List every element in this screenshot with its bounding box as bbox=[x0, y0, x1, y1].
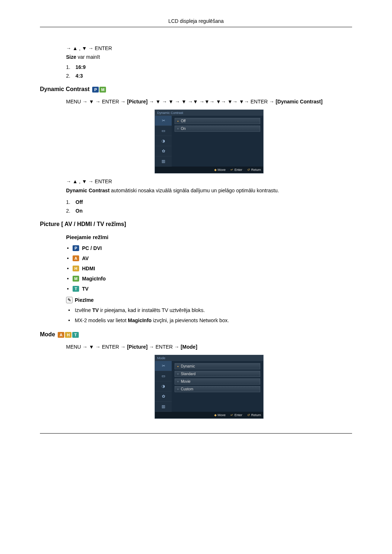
badge-a-icon: A bbox=[73, 255, 79, 261]
badge-h-icon: H bbox=[65, 332, 72, 338]
badge-t-icon: T bbox=[72, 332, 79, 338]
section-heading-picture: Picture [ AV / HDMI / TV režīms] bbox=[40, 221, 352, 227]
list-item: •MMagicInfo bbox=[66, 276, 352, 282]
list-item: •AAV bbox=[66, 255, 352, 261]
osd-tab-icon: ✂ bbox=[155, 116, 172, 126]
list-item: 1.Off bbox=[66, 199, 352, 205]
osd-panel-mode: Mode ✂ ▭ ◑ ✿ ▥ Dynamic Standard Movie Cu… bbox=[155, 355, 264, 419]
list-item: 1.16:9 bbox=[66, 64, 352, 70]
osd-move-label: Move bbox=[214, 168, 226, 172]
menu-path-mode: MENU → ▼ → ENTER → [Picture] → ENTER → [… bbox=[66, 342, 352, 352]
osd-options: Dynamic Standard Movie Custom bbox=[172, 361, 263, 412]
note-item: MX-2 modelis var lietot MagicInfo izvçln… bbox=[66, 317, 352, 324]
list-item: •PPC / DVI bbox=[66, 245, 352, 251]
osd-footer: Move Enter Return bbox=[155, 167, 263, 173]
badge-t-icon: T bbox=[73, 286, 79, 292]
note-item: Izvēlne TV ir pieejama, kad ir instalēts… bbox=[66, 307, 352, 314]
osd-option: Movie bbox=[175, 378, 260, 385]
osd-tab-icon: ✿ bbox=[155, 391, 172, 402]
size-line: Size var mainīt bbox=[66, 54, 352, 60]
size-suffix: var mainīt bbox=[76, 54, 100, 60]
size-options-list: 1.16:9 2.4:3 bbox=[66, 64, 352, 79]
mode-list: •PPC / DVI •AAV •HHDMI •MMagicInfo •TTV bbox=[66, 245, 352, 292]
subheading-modes: Pieejamie režīmi bbox=[66, 234, 352, 240]
nav-sequence: → ▲ , ▼ → ENTER bbox=[66, 45, 352, 51]
osd-enter-label: Enter bbox=[230, 413, 242, 417]
osd-tab-icon: ✿ bbox=[155, 146, 172, 156]
osd-footer: Move Enter Return bbox=[155, 412, 263, 418]
osd-tab-icon: ◑ bbox=[155, 381, 172, 391]
osd-option: Custom bbox=[175, 386, 260, 392]
osd-enter-label: Enter bbox=[230, 168, 242, 172]
footer-rule bbox=[40, 433, 352, 434]
menu-path-dynamic: MENU → ▼ → ENTER → [Picture] → ▼ → ▼ → ▼… bbox=[66, 97, 352, 107]
osd-icon-column: ✂ ▭ ◑ ✿ ▥ bbox=[155, 361, 172, 412]
osd-icon-column: ✂ ▭ ◑ ✿ ▥ bbox=[155, 116, 172, 167]
list-item: •TTV bbox=[66, 286, 352, 292]
badge-p-icon: P bbox=[92, 87, 99, 93]
dynamic-options-list: 1.Off 2.On bbox=[66, 199, 352, 214]
note-heading: ✎ Piezīme bbox=[66, 297, 352, 303]
osd-option: Dynamic bbox=[175, 363, 260, 369]
osd-tab-icon: ▥ bbox=[155, 156, 172, 167]
osd-move-label: Move bbox=[214, 413, 226, 417]
osd-panel-dynamic: Dynamic Contrast ✂ ▭ ◑ ✿ ▥ Off On Move E… bbox=[155, 110, 264, 173]
osd-option: On bbox=[175, 126, 260, 132]
section-heading-mode: Mode A H T bbox=[40, 331, 352, 338]
badge-row: A H T bbox=[58, 332, 79, 338]
list-item: •HHDMI bbox=[66, 266, 352, 271]
osd-tab-icon: ✂ bbox=[155, 361, 172, 371]
page-header: LCD displeja regulēšana bbox=[40, 18, 352, 27]
osd-title: Dynamic Contrast bbox=[155, 110, 263, 116]
osd-tab-icon: ▭ bbox=[155, 126, 172, 136]
osd-return-label: Return bbox=[247, 413, 261, 417]
badge-p-icon: P bbox=[73, 245, 79, 251]
badge-m-icon: M bbox=[73, 276, 79, 282]
osd-option: Off bbox=[175, 118, 260, 124]
badge-row: P M bbox=[92, 87, 106, 93]
osd-tab-icon: ▭ bbox=[155, 371, 172, 381]
section-heading-dynamic: Dynamic Contrast P M bbox=[40, 86, 352, 93]
badge-h-icon: H bbox=[73, 266, 79, 271]
note-icon: ✎ bbox=[66, 297, 73, 303]
list-item: 2.On bbox=[66, 208, 352, 214]
note-list: Izvēlne TV ir pieejama, kad ir instalēts… bbox=[66, 307, 352, 324]
osd-title: Mode bbox=[155, 355, 263, 361]
osd-option: Standard bbox=[175, 371, 260, 377]
list-item: 2.4:3 bbox=[66, 73, 352, 79]
osd-tab-icon: ▥ bbox=[155, 402, 172, 412]
dynamic-description: Dynamic Contrast automātiski nosaka vizu… bbox=[66, 187, 352, 194]
osd-tab-icon: ◑ bbox=[155, 136, 172, 146]
size-prefix: Size bbox=[66, 54, 76, 60]
badge-a-icon: A bbox=[58, 332, 64, 338]
badge-m-icon: M bbox=[99, 87, 106, 93]
nav-sequence: → ▲ , ▼ → ENTER bbox=[66, 178, 352, 184]
osd-options: Off On bbox=[172, 116, 263, 167]
osd-return-label: Return bbox=[247, 168, 261, 172]
